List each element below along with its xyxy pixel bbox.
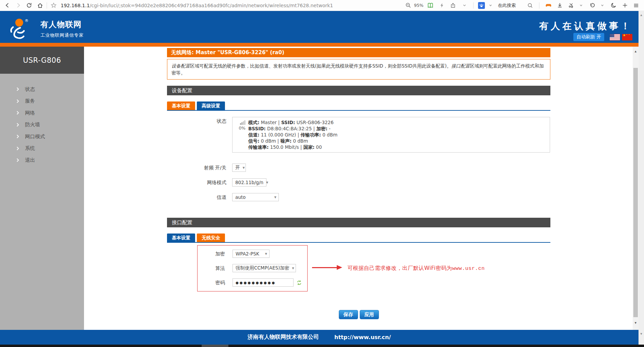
device-config-tabs: 基本设置 高级设置 <box>167 101 550 111</box>
status-row: 状态 0% 模式: Master | SSID: USR-G806-3226 B… <box>167 117 550 153</box>
zoom-out-icon[interactable] <box>404 1 413 10</box>
search-icon[interactable] <box>526 1 535 10</box>
network-mode-select[interactable]: 802.11b/g/n▼ <box>232 178 266 187</box>
cn-flag-icon[interactable] <box>622 34 632 40</box>
page-title: 无线网络: Master "USR-G806-3226" (ra0) <box>167 48 550 57</box>
back-icon[interactable] <box>3 1 12 10</box>
refresh-icon[interactable] <box>25 1 34 10</box>
reveal-password-icon[interactable] <box>297 280 302 285</box>
chevron-down-icon[interactable] <box>460 1 469 10</box>
brand-name: 有人物联网 <box>40 19 84 30</box>
chevron-right-icon <box>16 158 19 162</box>
scroll-up-icon[interactable]: ▲ <box>639 14 644 16</box>
sidebar-item-label: 服务 <box>25 98 35 104</box>
main-content: 无线网络: Master "USR-G806-3226" (ra0) 设备配置区… <box>84 47 633 330</box>
url-path: /cgi-bin/luci/;stok=94d02e2e88206c49d716… <box>90 3 333 8</box>
chevron-right-icon <box>16 146 19 151</box>
chevron-right-icon <box>16 111 19 115</box>
new-tab-icon[interactable] <box>620 1 629 10</box>
browser-scrollbar[interactable]: ▲ ▼ <box>639 11 644 345</box>
scroll-down-icon[interactable]: ▼ <box>639 333 644 335</box>
menu-icon[interactable] <box>632 1 641 10</box>
games-icon[interactable] <box>544 1 553 10</box>
sidebar-item-label: 网络 <box>25 110 35 116</box>
flash-icon[interactable] <box>437 1 446 10</box>
screenshot-scissors-icon[interactable] <box>567 1 575 10</box>
forward-icon[interactable] <box>14 1 23 10</box>
wifi-password-input[interactable]: ●●●●●●●●●● <box>232 278 294 287</box>
download-icon[interactable] <box>555 1 564 10</box>
page-description: 设备配置区域可配置无线的硬件参数，比如信道、发射功率或发射天线(如果此无线模块硬… <box>167 59 550 80</box>
undo-caret-icon[interactable] <box>598 1 607 10</box>
night-mode-icon[interactable] <box>609 1 618 10</box>
chevron-right-icon <box>16 87 19 91</box>
tab-wireless-security[interactable]: 无线安全 <box>197 234 225 242</box>
select-caret-icon: ▼ <box>243 166 245 169</box>
status-label: 状态 <box>167 117 226 125</box>
home-icon[interactable] <box>36 1 45 10</box>
chevron-right-icon <box>16 99 19 103</box>
sidebar-item-firewall[interactable]: 防火墙 <box>0 119 84 131</box>
sidebar-item-port-mode[interactable]: 网口模式 <box>0 131 84 143</box>
sidebar-menu: 状态 服务 网络 防火墙 网口模式 系统 退出 <box>0 83 84 166</box>
description-segment: 区域可配置无线的硬件参数，比如信道、发射功率或发射天线(如果此无线模块硬件支持多… <box>190 63 451 69</box>
search-engine-paw-icon[interactable] <box>478 2 485 9</box>
sidebar-item-status[interactable]: 状态 <box>0 83 84 95</box>
tab-basic-settings[interactable]: 基本设置 <box>167 234 195 242</box>
cipher-select[interactable]: 强制使用CCMP(AES)加密▼ <box>232 264 296 272</box>
encryption-select[interactable]: WPA2-PSK▼ <box>232 250 270 258</box>
footer-url[interactable]: http://www.usr.cn/ <box>334 334 391 340</box>
usr-logo-icon: ® <box>9 18 35 40</box>
registered-mark: ® <box>25 19 28 23</box>
search-engine-caret-icon[interactable] <box>486 1 495 10</box>
site-header: ® 有人物联网 工业物联网通信专家 有人在认真做事！ 自动刷新 开 <box>0 11 639 43</box>
tab-basic-settings[interactable]: 基本设置 <box>167 101 195 110</box>
network-mode-label: 网络模式 <box>167 178 226 187</box>
status-line: BSSID: D8:B0:4C:BA:32:25 | 加密: - <box>248 125 337 132</box>
sidebar-item-services[interactable]: 服务 <box>0 95 84 107</box>
scroll-down-icon[interactable]: ▼ <box>633 322 639 324</box>
interface-config-tabs: 基本设置 无线安全 <box>167 234 550 243</box>
signal-strength-icon <box>240 120 246 125</box>
channel-select[interactable]: auto▼ <box>232 193 279 201</box>
sidebar: USR-G806 状态 服务 网络 防火墙 网口模式 系统 <box>0 47 84 330</box>
radio-onoff-select[interactable]: 开▼ <box>232 164 246 172</box>
share-icon[interactable] <box>449 1 457 10</box>
wireless-status-box: 0% 模式: Master | SSID: USR-G806-3226 BSSI… <box>232 117 550 153</box>
zoom-level[interactable]: 95% <box>414 3 424 8</box>
select-caret-icon: ▼ <box>265 252 267 255</box>
tab-advanced-settings[interactable]: 高级设置 <box>197 101 225 110</box>
search-here-label[interactable]: 在此搜索 <box>498 2 516 9</box>
sidebar-item-network[interactable]: 网络 <box>0 107 84 119</box>
scrollbar-thumb[interactable] <box>633 68 638 317</box>
apply-button[interactable]: 应用 <box>360 310 379 319</box>
browser-action-icons: 95% 在此搜索 <box>404 1 644 10</box>
footer-company: 济南有人物联网技术有限公司 <box>248 334 319 341</box>
header-orange-strip <box>0 43 639 47</box>
sidebar-item-system[interactable]: 系统 <box>0 143 84 155</box>
taskbar-edge <box>0 345 644 347</box>
undo-icon[interactable] <box>588 1 597 10</box>
sidebar-item-logout[interactable]: 退出 <box>0 154 84 166</box>
save-button[interactable]: 保存 <box>339 310 358 319</box>
radio-onoff-label: 射频 开/关 <box>167 164 226 172</box>
sidebar-item-label: 退出 <box>25 157 35 164</box>
sidebar-item-label: 防火墙 <box>25 121 40 128</box>
address-bar[interactable]: 192.168.1.1/cgi-bin/luci/;stok=94d02e2e8… <box>61 3 404 8</box>
select-caret-icon: ▼ <box>292 267 294 270</box>
sidebar-item-label: 状态 <box>25 86 35 93</box>
chevron-right-icon <box>16 134 19 139</box>
auto-refresh-toggle[interactable]: 自动刷新 开 <box>573 33 604 41</box>
status-lines: 模式: Master | SSID: USR-G806-3226 BSSID: … <box>248 119 337 150</box>
browser-toolbar: 192.168.1.1/cgi-bin/luci/;stok=94d02e2e8… <box>0 0 644 11</box>
form-row: 算法 强制使用CCMP(AES)加密▼ <box>198 264 307 273</box>
screenshot-caret-icon[interactable] <box>576 1 585 10</box>
scroll-up-icon[interactable]: ▲ <box>633 50 639 53</box>
select-caret-icon: ▼ <box>274 196 276 199</box>
us-flag-icon[interactable] <box>610 34 620 40</box>
select-caret-icon: ▼ <box>266 181 268 184</box>
status-line: 信号: 0 dBm | 噪声: 0 dBm <box>248 138 337 144</box>
reading-mode-icon[interactable] <box>426 1 435 10</box>
bookmark-star-icon[interactable] <box>49 1 58 10</box>
page-scrollbar[interactable]: ▲ ▼ <box>633 47 639 330</box>
